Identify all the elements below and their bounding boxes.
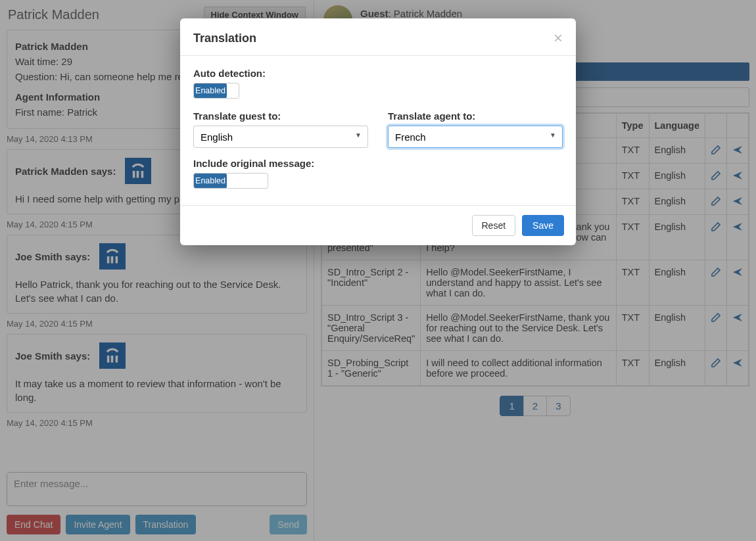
translate-agent-label: Translate agent to: xyxy=(388,110,563,122)
modal-close-button[interactable]: × xyxy=(554,30,563,46)
translate-guest-select[interactable]: English xyxy=(193,126,368,148)
auto-detect-label: Auto detection: xyxy=(193,68,563,79)
auto-detect-toggle[interactable]: Enabled xyxy=(193,83,239,99)
include-original-toggle[interactable]: Enabled xyxy=(193,173,268,189)
close-icon: × xyxy=(554,29,563,47)
translate-guest-label: Translate guest to: xyxy=(193,110,368,122)
save-button[interactable]: Save xyxy=(522,215,564,236)
reset-button[interactable]: Reset xyxy=(472,215,516,236)
include-original-label: Include original message: xyxy=(193,158,563,169)
modal-title: Translation xyxy=(193,32,256,45)
translate-agent-select[interactable]: French xyxy=(388,126,563,148)
translation-modal: Translation × Auto detection: Enabled Tr… xyxy=(180,18,576,245)
